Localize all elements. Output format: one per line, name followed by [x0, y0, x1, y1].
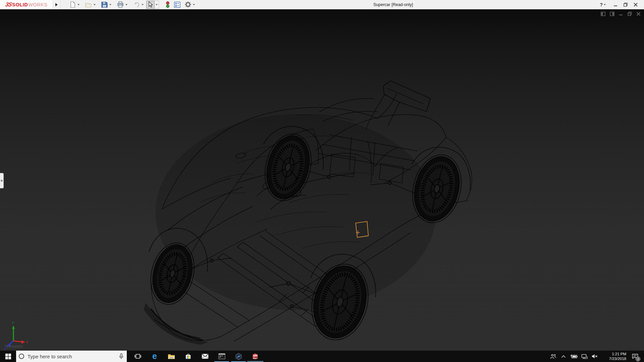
chevron-up-icon	[561, 355, 566, 358]
select-cursor-icon	[148, 1, 153, 8]
triad-y-label: Y	[12, 322, 14, 325]
select-tool-button[interactable]	[146, 1, 155, 9]
rebuild-traffic-light-icon	[166, 1, 170, 8]
document-window-controls	[601, 12, 641, 16]
command-prompt-icon	[218, 353, 225, 359]
task-view-button[interactable]	[129, 351, 146, 362]
start-button[interactable]	[0, 351, 16, 362]
file-properties-button[interactable]	[173, 1, 181, 9]
windows-logo-icon	[5, 354, 11, 359]
save-floppy-icon	[101, 1, 108, 8]
save-dropdown[interactable]	[109, 4, 111, 5]
undo-dropdown[interactable]	[142, 4, 144, 5]
people-button[interactable]	[549, 351, 557, 362]
menu-flyout-button[interactable]	[53, 0, 60, 9]
action-center-button[interactable]: 3	[630, 351, 640, 362]
new-document-dropdown[interactable]	[77, 4, 79, 5]
restore-icon	[624, 3, 628, 7]
triad-x-label: X	[26, 341, 28, 344]
solidworks-2017-button[interactable]: SW 2017	[247, 351, 264, 362]
store-button[interactable]	[180, 351, 197, 362]
minimize-icon	[614, 3, 618, 7]
print-button[interactable]	[116, 1, 124, 9]
microphone-icon[interactable]	[119, 353, 123, 359]
open-folder-icon	[85, 2, 92, 8]
window-controls: ?	[600, 0, 641, 9]
print-icon	[117, 1, 124, 8]
undo-icon	[133, 2, 140, 7]
battery-charging-icon	[571, 354, 578, 359]
notification-badge: 3	[636, 357, 640, 361]
quick-access-toolbar	[69, 0, 197, 9]
undo-button[interactable]	[132, 1, 141, 9]
print-dropdown[interactable]	[125, 4, 127, 5]
store-icon	[185, 353, 192, 360]
solidworks-logo-text-light: WORKS	[28, 2, 47, 7]
open-dropdown[interactable]	[94, 4, 96, 5]
volume-muted-icon	[592, 354, 598, 359]
network-button[interactable]	[581, 351, 588, 362]
hidden-icons-button[interactable]	[560, 351, 567, 362]
options-gear-icon	[185, 1, 191, 8]
command-prompt-button[interactable]	[213, 351, 230, 362]
close-button[interactable]	[631, 0, 641, 9]
edrawings-icon	[235, 353, 242, 360]
file-explorer-button[interactable]	[163, 351, 180, 362]
new-document-icon	[70, 1, 76, 8]
new-document-button[interactable]	[69, 1, 76, 9]
mail-button[interactable]	[197, 351, 213, 362]
toggle-pane-left-icon[interactable]	[601, 12, 605, 16]
save-button[interactable]	[101, 1, 108, 9]
title-bar: 3S SOLID WORKS	[0, 0, 644, 9]
edge-icon: e	[152, 352, 157, 360]
options-button[interactable]	[184, 1, 192, 9]
select-tool-group	[146, 1, 159, 9]
options-dropdown[interactable]	[193, 4, 195, 5]
sw-icon-year: 2017	[253, 357, 258, 359]
windows-taskbar: Type here to search e	[0, 351, 644, 362]
volume-button[interactable]	[591, 351, 598, 362]
help-dropdown[interactable]	[604, 4, 606, 5]
document-title: Supercar [Read-only]	[373, 0, 413, 9]
doc-restore-icon[interactable]	[628, 12, 632, 16]
taskbar-search-input[interactable]: Type here to search	[16, 351, 127, 362]
open-button[interactable]	[85, 1, 93, 9]
view-orientation-label: *Dimetric	[5, 344, 23, 349]
task-view-icon	[135, 353, 141, 359]
help-icon: ?	[600, 2, 603, 7]
feature-panel-flyout-tab[interactable]	[0, 173, 4, 188]
clock-date: 7/23/2018	[602, 356, 626, 361]
cortana-icon	[19, 354, 24, 359]
graphics-viewport[interactable]: Y X Z *Dimetric	[0, 9, 644, 351]
file-explorer-icon	[168, 353, 175, 359]
toggle-pane-right-icon[interactable]	[610, 12, 614, 16]
network-icon	[581, 354, 588, 359]
help-button[interactable]: ?	[600, 2, 608, 7]
solidworks-logo: 3S SOLID WORKS	[0, 0, 53, 9]
solidworks-2017-icon: SW 2017	[252, 353, 259, 360]
search-placeholder: Type here to search	[28, 354, 116, 359]
flyout-tab-dot-icon	[1, 180, 3, 182]
select-tool-dropdown[interactable]	[155, 1, 159, 9]
restore-button[interactable]	[621, 0, 631, 9]
rebuild-button[interactable]	[165, 1, 170, 9]
system-tray: 1:21 PM 7/23/2018 3	[549, 351, 644, 362]
solidworks-logo-mark: 3S	[4, 1, 12, 8]
solidworks-logo-text-bold: SOLID	[12, 2, 28, 7]
edge-button[interactable]: e	[146, 351, 163, 362]
flyout-arrow-icon	[55, 3, 58, 6]
people-icon	[550, 354, 556, 359]
taskbar-clock[interactable]: 1:21 PM 7/23/2018	[602, 352, 626, 361]
sw-icon-letters: SW	[253, 354, 258, 357]
wireframe-car-model[interactable]	[0, 9, 644, 351]
file-properties-icon	[174, 2, 180, 8]
select-caret-icon	[156, 4, 158, 5]
minimize-button[interactable]	[610, 0, 621, 9]
edrawings-button[interactable]	[230, 351, 247, 362]
clock-time: 1:21 PM	[602, 352, 626, 356]
mail-icon	[202, 354, 209, 359]
battery-button[interactable]	[570, 351, 578, 362]
taskbar-apps: e	[129, 351, 264, 362]
doc-close-icon[interactable]	[636, 12, 641, 16]
doc-minimize-icon[interactable]	[619, 12, 623, 16]
